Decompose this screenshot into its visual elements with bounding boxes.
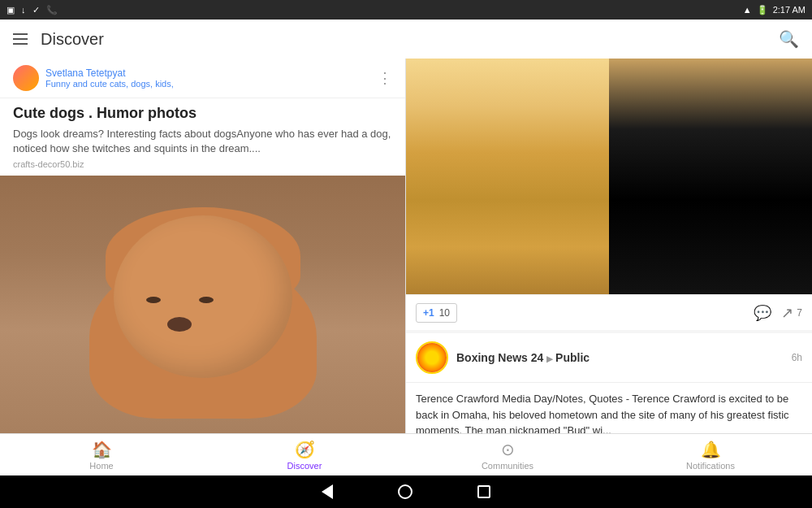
author-name: Svetlana Tetetpyat <box>45 67 371 79</box>
nav-discover[interactable]: 🧭 Discover <box>203 434 406 475</box>
android-nav-bar <box>0 475 812 508</box>
woman-figure <box>406 59 609 294</box>
boxing-card-header: Boxing News 24 ▶ Public 6h <box>406 333 812 383</box>
dog-photo <box>0 176 405 433</box>
dog-illustration <box>89 207 317 419</box>
plus-one-button[interactable]: +1 10 <box>416 303 457 323</box>
status-bar: ▣ ↓ ✓ 📞 ▲ 🔋 2:17 AM <box>0 0 812 20</box>
status-right: ▲ 🔋 2:17 AM <box>743 5 806 15</box>
nav-communities[interactable]: ⊙ Communities <box>406 434 609 475</box>
share-icon: ↗ <box>781 304 793 322</box>
phone-icon: 📞 <box>46 5 58 15</box>
discover-icon: 🧭 <box>295 440 315 459</box>
notifications-icon: 🔔 <box>701 440 721 459</box>
plus-one-label: +1 <box>423 307 434 319</box>
right-column: +1 10 💬 ↗ 7 Boxing News 24 ▶ <box>406 59 812 433</box>
article-image <box>0 176 405 433</box>
comment-icon: 💬 <box>754 304 771 322</box>
communities-icon: ⊙ <box>501 440 515 459</box>
share-button[interactable]: ↗ 7 <box>781 304 802 322</box>
notifications-label: Notifications <box>686 461 735 471</box>
boxing-meta: Boxing News 24 ▶ Public <box>456 351 784 364</box>
battery-icon: 🔋 <box>757 5 768 15</box>
more-options-button[interactable]: ⋮ <box>378 69 392 87</box>
celebrity-photo <box>406 59 812 294</box>
wifi-icon: ▲ <box>743 5 752 15</box>
notification-icon: ▣ <box>6 5 15 15</box>
article-title: Cute dogs . Humor photos <box>13 105 392 122</box>
discover-label: Discover <box>287 461 322 471</box>
android-recent-button[interactable] <box>477 485 490 498</box>
menu-button[interactable] <box>13 33 28 45</box>
boxing-channel-name: Boxing News 24 ▶ Public <box>456 351 784 364</box>
left-column: Svetlana Tetetpyat Funny and cute cats, … <box>0 59 406 433</box>
android-back-button[interactable] <box>322 484 333 499</box>
status-icons: ▣ ↓ ✓ 📞 <box>6 5 58 15</box>
nav-home[interactable]: 🏠 Home <box>0 434 203 475</box>
arrow-icon: ▶ <box>546 354 555 363</box>
article-meta: Svetlana Tetetpyat Funny and cute cats, … <box>45 67 371 89</box>
home-label: Home <box>89 461 113 471</box>
article-tags: Funny and cute cats, dogs, kids, <box>45 79 371 89</box>
main-content: Svetlana Tetetpyat Funny and cute cats, … <box>0 59 812 433</box>
boxing-card: Boxing News 24 ▶ Public 6h Terence Crawf… <box>406 333 812 433</box>
nav-notifications[interactable]: 🔔 Notifications <box>609 434 812 475</box>
home-icon: 🏠 <box>92 440 112 459</box>
boxing-content: Terence Crawford Media Day/Notes, Quotes… <box>406 383 812 433</box>
article-snippet: Dogs look dreams? Interesting facts abou… <box>13 127 392 156</box>
page-title: Discover <box>41 30 104 49</box>
check-icon: ✓ <box>32 5 40 15</box>
communities-label: Communities <box>482 461 533 471</box>
share-count: 7 <box>797 307 802 319</box>
interaction-bar: +1 10 💬 ↗ 7 <box>406 294 812 330</box>
article-text-section: Cute dogs . Humor photos Dogs look dream… <box>0 98 405 176</box>
boxing-article-text: Terence Crawford Media Day/Notes, Quotes… <box>416 391 802 433</box>
search-button[interactable]: 🔍 <box>779 29 799 49</box>
article-header: Svetlana Tetetpyat Funny and cute cats, … <box>0 59 405 98</box>
app-bar: Discover 🔍 <box>0 20 812 59</box>
author-avatar <box>13 65 39 91</box>
comment-button[interactable]: 💬 <box>754 304 771 322</box>
time-display: 2:17 AM <box>773 5 806 15</box>
bottom-nav: 🏠 Home 🧭 Discover ⊙ Communities 🔔 Notifi… <box>0 433 812 475</box>
boxing-time: 6h <box>792 352 802 363</box>
boxing-avatar <box>416 341 448 374</box>
download-icon: ↓ <box>21 5 26 15</box>
android-home-button[interactable] <box>398 484 412 499</box>
app-bar-left: Discover <box>13 30 104 49</box>
plus-one-count: 10 <box>439 307 450 319</box>
man-figure <box>609 59 812 294</box>
celebrity-card <box>406 59 812 294</box>
article-source: crafts-decor50.biz <box>13 159 392 169</box>
